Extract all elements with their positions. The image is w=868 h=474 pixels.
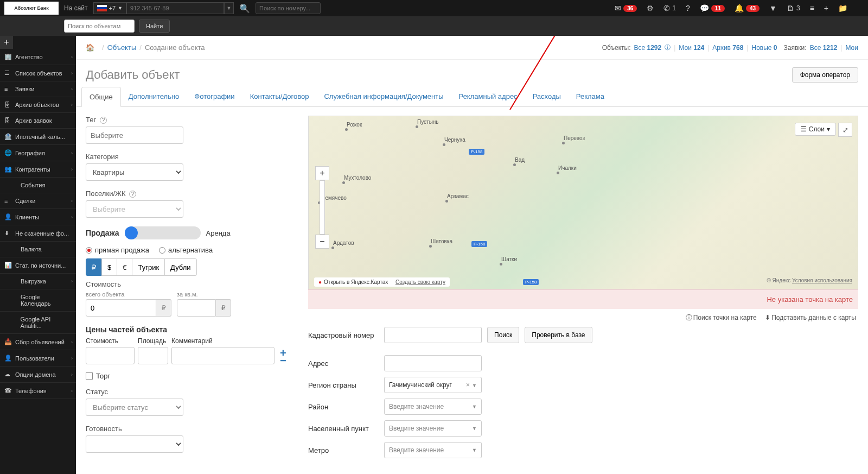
sidebar-item-1[interactable]: ☰Список объектов›	[0, 65, 76, 81]
folder-icon[interactable]: 📁	[838, 4, 847, 12]
help-icon[interactable]: ?	[100, 117, 107, 124]
cost-sqm-input[interactable]	[177, 299, 216, 317]
sidebar-item-12[interactable]: Валюта	[0, 242, 76, 257]
currency-button-4[interactable]: Дубли	[164, 258, 196, 276]
search-icon[interactable]: 🔍	[239, 3, 250, 14]
sidebar-item-14[interactable]: Выгрузка›	[0, 274, 76, 289]
tab-6[interactable]: Расходы	[525, 87, 569, 106]
find-button[interactable]: Найти	[139, 20, 170, 33]
search-point-link[interactable]: ⓘПоиск точки на карте	[686, 314, 757, 321]
tab-0[interactable]: Общие	[81, 87, 121, 107]
phone-icon[interactable]: ✆ 1	[663, 4, 676, 12]
sidebar-item-11[interactable]: ⬇Не скаченные фо...	[0, 225, 76, 242]
tab-7[interactable]: Реклама	[569, 87, 612, 106]
object-search-input[interactable]	[64, 20, 135, 33]
summary-req-my[interactable]: Мои	[845, 44, 858, 52]
part-cost-input[interactable]	[86, 347, 135, 364]
currency-button-3[interactable]: Тугрик	[132, 258, 165, 276]
currency-button-0[interactable]: ₽	[86, 258, 102, 276]
breadcrumb-objects[interactable]: Объекты	[107, 43, 137, 52]
sidebar-item-2[interactable]: ≡Заявки›	[0, 81, 76, 97]
sidebar-item-3[interactable]: 🗄Архив объектов›	[0, 97, 76, 113]
map-fullscreen-button[interactable]: ⤢	[838, 123, 852, 137]
tab-2[interactable]: Фотографии	[187, 87, 242, 106]
clear-icon[interactable]: ×	[466, 381, 470, 389]
cadastral-search-button[interactable]: Поиск	[487, 327, 519, 343]
help-icon[interactable]: ?	[686, 4, 690, 12]
gear-icon[interactable]: ⚙	[647, 4, 654, 12]
sidebar-item-9[interactable]: ≡Сделки›	[0, 193, 76, 209]
bargain-checkbox[interactable]	[86, 372, 93, 380]
district-select[interactable]: Введите значение▼	[384, 399, 482, 415]
plus-icon[interactable]: +	[824, 4, 828, 12]
bell-icon[interactable]: 🔔43	[735, 4, 760, 12]
sidebar-item-17[interactable]: 📥Сбор объявлений›	[0, 334, 76, 350]
cost-whole-input[interactable]	[86, 299, 156, 317]
summary-archive[interactable]: Архив 768	[712, 44, 743, 52]
map-layers-button[interactable]: ☰ Слои ▾	[795, 123, 836, 136]
help-icon[interactable]: ?	[129, 191, 136, 198]
sale-rent-toggle[interactable]	[125, 226, 201, 239]
chat-icon[interactable]: 💬11	[700, 4, 725, 12]
currency-button-1[interactable]: $	[101, 258, 117, 276]
readiness-select[interactable]	[86, 435, 183, 453]
doc-icon[interactable]: 🗎 3	[787, 4, 800, 12]
create-map-link[interactable]: Создать свою карту	[395, 279, 445, 285]
phone-dropdown-icon[interactable]: ▼	[224, 2, 234, 14]
operator-form-button[interactable]: Форма оператор	[792, 67, 858, 83]
sidebar-item-5[interactable]: 🏦Ипотечный каль...	[0, 129, 76, 145]
fill-from-map-link[interactable]: ⬇Подставить данные с карты	[765, 314, 856, 321]
tab-1[interactable]: Дополнительно	[121, 87, 187, 106]
sidebar-item-7[interactable]: 👥Контрагенты›	[0, 161, 76, 178]
summary-my[interactable]: Мои 124	[679, 44, 704, 52]
direct-sale-radio[interactable]: прямая продажа	[86, 246, 149, 254]
site-link[interactable]: На сайт	[64, 4, 88, 12]
summary-all[interactable]: Все 1292	[634, 44, 661, 52]
zoom-slider[interactable]	[320, 180, 325, 235]
tab-3[interactable]: Контакты/Договор	[242, 87, 317, 106]
map[interactable]: РожокПустыньЧернухаПеревозВадИчалкиМухто…	[308, 116, 858, 289]
sidebar-item-15[interactable]: Google Календарь	[0, 289, 76, 312]
sidebar-item-16[interactable]: Google API Analiti...	[0, 312, 76, 334]
sidebar-item-18[interactable]: 👤Пользователи›	[0, 350, 76, 366]
metro-select[interactable]: Введите значение▼	[384, 442, 482, 458]
mail-icon[interactable]: ✉36	[615, 4, 637, 12]
number-search-input[interactable]	[256, 2, 321, 14]
zoom-in-button[interactable]: +	[315, 166, 329, 180]
sidebar-item-13[interactable]: 📊Стат. по источни...	[0, 257, 76, 274]
settlement-select[interactable]: Введите значение▼	[384, 420, 482, 437]
zoom-out-button[interactable]: −	[315, 235, 329, 249]
category-select[interactable]: Квартиры	[86, 163, 183, 181]
remove-part-icon[interactable]: −	[280, 357, 286, 364]
phone-code-select[interactable]: +7 ▼	[93, 2, 126, 14]
filter-icon[interactable]: ▼	[769, 4, 777, 12]
currency-button-2[interactable]: €	[117, 258, 132, 276]
tag-select[interactable]	[86, 127, 183, 144]
sidebar-add-button[interactable]: +	[0, 36, 13, 49]
summary-req-all[interactable]: Все 1212	[810, 44, 838, 52]
status-select[interactable]: Выберите статус	[86, 399, 183, 416]
check-db-button[interactable]: Проверить в базе	[525, 327, 592, 343]
home-icon[interactable]: 🏠	[86, 43, 94, 52]
sidebar-item-6[interactable]: 🌐География›	[0, 145, 76, 161]
part-comment-input[interactable]	[171, 347, 275, 364]
list-icon[interactable]: ≡	[810, 4, 814, 12]
sidebar-item-20[interactable]: ☎Телефония›	[0, 383, 76, 399]
settlements-select[interactable]: Выберите	[86, 200, 183, 218]
region-select[interactable]: Гачимучинский округ ×▼	[384, 377, 482, 393]
sidebar-item-0[interactable]: 🏢Агентство›	[0, 49, 76, 65]
alternative-radio[interactable]: альтернатива	[159, 246, 213, 254]
summary-new[interactable]: Новые 0	[751, 44, 777, 52]
cadastral-input[interactable]	[384, 327, 482, 343]
tab-5[interactable]: Рекламный адрес	[451, 87, 525, 106]
sidebar-item-19[interactable]: ☁Опции домена›	[0, 366, 76, 383]
part-area-input[interactable]	[138, 347, 168, 364]
phone-input[interactable]	[126, 2, 224, 14]
sidebar-item-4[interactable]: 🗄Архив заявок	[0, 113, 76, 129]
info-icon[interactable]: ⓘ	[665, 43, 671, 52]
sidebar-item-10[interactable]: 👤Клиенты›	[0, 209, 76, 225]
sidebar-item-8[interactable]: События	[0, 178, 76, 193]
tab-4[interactable]: Служебная информация/Документы	[316, 87, 451, 106]
open-yandex-maps[interactable]: ●Открыть в Яндекс.Картах Создать свою ка…	[314, 277, 450, 287]
address-input[interactable]	[384, 355, 482, 371]
